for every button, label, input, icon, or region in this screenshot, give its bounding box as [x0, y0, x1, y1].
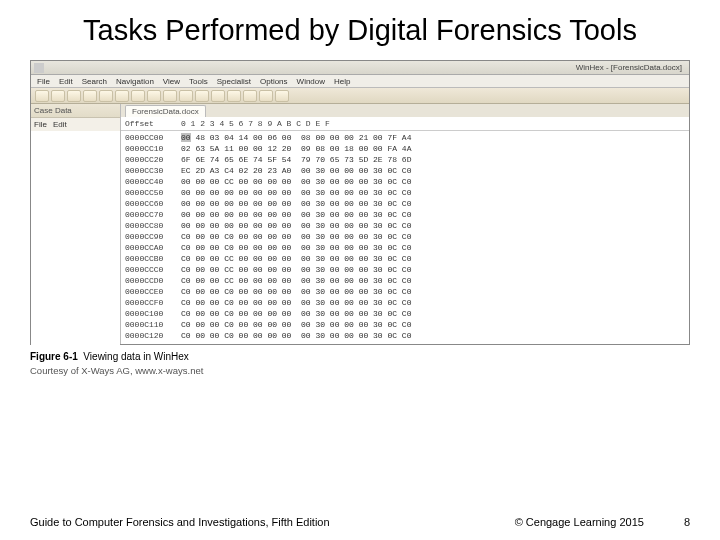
figure-courtesy: Courtesy of X-Ways AG, www.x-ways.net — [30, 365, 690, 376]
hex-offset: 0000CC60 — [125, 198, 181, 209]
sidebar-menu: File Edit — [31, 118, 120, 131]
menu-search[interactable]: Search — [82, 77, 107, 86]
tb-calc-icon[interactable] — [243, 90, 257, 102]
window-title: WinHex - [ForensicData.docx] — [44, 63, 686, 72]
hex-offset: 0000C100 — [125, 308, 181, 319]
footer-left: Guide to Computer Forensics and Investig… — [30, 516, 515, 528]
hex-bytes[interactable]: EC 2D A3 C4 02 20 23 A0 00 30 00 00 00 3… — [181, 165, 411, 176]
hex-bytes[interactable]: 6F 6E 74 65 6E 74 5F 54 79 70 65 73 5D 2… — [181, 154, 411, 165]
menu-tools[interactable]: Tools — [189, 77, 208, 86]
hex-bytes[interactable]: 00 00 00 00 00 00 00 00 00 30 00 00 00 3… — [181, 209, 411, 220]
hex-row[interactable]: 0000CCA0C0 00 00 C0 00 00 00 00 00 30 00… — [125, 242, 685, 253]
tb-cut-icon[interactable] — [115, 90, 129, 102]
figure-wrap: WinHex - [ForensicData.docx] File Edit S… — [30, 60, 690, 376]
hex-bytes[interactable]: C0 00 00 C0 00 00 00 00 00 30 00 00 00 3… — [181, 330, 411, 341]
tb-disk-icon[interactable] — [83, 90, 97, 102]
hex-bytes[interactable]: 02 63 5A 11 00 00 12 20 09 08 00 18 00 0… — [181, 143, 411, 154]
caption-text: Viewing data in WinHex — [83, 351, 188, 362]
hex-row[interactable]: 0000CC206F 6E 74 65 6E 74 5F 54 79 70 65… — [125, 154, 685, 165]
hex-offset: 0000C130 — [125, 341, 181, 344]
menu-specialist[interactable]: Specialist — [217, 77, 251, 86]
hex-bytes[interactable]: C0 00 00 C0 00 00 00 00 00 30 00 00 00 3… — [181, 242, 411, 253]
sidebar-body — [31, 131, 120, 345]
hex-bytes[interactable]: C0 00 00 CC 00 00 00 00 00 30 00 00 00 3… — [181, 253, 411, 264]
hex-bytes[interactable]: 00 00 00 CC 00 00 00 00 00 30 00 00 00 3… — [181, 176, 411, 187]
hex-offset: 0000CC90 — [125, 231, 181, 242]
tb-fwd-icon[interactable] — [227, 90, 241, 102]
tb-copy-icon[interactable] — [131, 90, 145, 102]
tb-find-icon[interactable] — [163, 90, 177, 102]
menubar: File Edit Search Navigation View Tools S… — [31, 75, 689, 88]
menu-window[interactable]: Window — [297, 77, 325, 86]
hex-view[interactable]: 0000CC0000 48 03 04 14 00 06 00 08 00 00… — [121, 131, 689, 344]
tb-back-icon[interactable] — [211, 90, 225, 102]
titlebar: WinHex - [ForensicData.docx] — [31, 61, 689, 75]
hex-offset: 0000C120 — [125, 330, 181, 341]
footer: Guide to Computer Forensics and Investig… — [0, 516, 720, 528]
hex-row[interactable]: 0000CC4000 00 00 CC 00 00 00 00 00 30 00… — [125, 176, 685, 187]
hex-bytes[interactable]: 00 00 00 00 00 00 00 00 00 30 00 00 00 3… — [181, 187, 411, 198]
menu-help[interactable]: Help — [334, 77, 350, 86]
hex-offset: 0000CCF0 — [125, 297, 181, 308]
hex-bytes[interactable]: C0 00 00 C0 00 00 00 00 00 30 00 00 00 3… — [181, 286, 411, 297]
hex-row[interactable]: 0000CCF0C0 00 00 C0 00 00 00 00 00 30 00… — [125, 297, 685, 308]
footer-mid: © Cengage Learning 2015 — [515, 516, 644, 528]
hex-offset: 0000CC80 — [125, 220, 181, 231]
hex-bytes[interactable]: C0 00 00 C0 00 00 00 00 00 30 00 00 00 3… — [181, 308, 411, 319]
menu-options[interactable]: Options — [260, 77, 288, 86]
hex-offset: 0000CC00 — [125, 132, 181, 143]
menu-navigation[interactable]: Navigation — [116, 77, 154, 86]
hex-bytes[interactable]: C0 00 00 C0 00 00 00 00 00 30 00 00 00 3… — [181, 297, 411, 308]
menu-file[interactable]: File — [37, 77, 50, 86]
main-pane: ForensicData.docx Offset 0 1 2 3 4 5 6 7… — [121, 104, 689, 344]
sidebar: Case Data File Edit — [31, 104, 121, 344]
tb-hex-icon[interactable] — [179, 90, 193, 102]
sidebar-menu-edit[interactable]: Edit — [53, 120, 67, 129]
figure-caption: Figure 6-1 Viewing data in WinHex — [30, 351, 690, 362]
tb-help-icon[interactable] — [275, 90, 289, 102]
tb-goto-icon[interactable] — [195, 90, 209, 102]
hex-row[interactable]: 0000CC30EC 2D A3 C4 02 20 23 A0 00 30 00… — [125, 165, 685, 176]
hex-row[interactable]: 0000CC5000 00 00 00 00 00 00 00 00 30 00… — [125, 187, 685, 198]
tb-print-icon[interactable] — [67, 90, 81, 102]
hex-row[interactable]: 0000C130C0 00 00 C0 00 00 00 00 00 30 00… — [125, 341, 685, 344]
hex-row[interactable]: 0000CCE0C0 00 00 C0 00 00 00 00 00 30 00… — [125, 286, 685, 297]
hex-bytes[interactable]: C0 00 00 C0 00 00 00 00 00 30 00 00 00 3… — [181, 319, 411, 330]
menu-view[interactable]: View — [163, 77, 180, 86]
hex-row[interactable]: 0000CC6000 00 00 00 00 00 00 00 00 30 00… — [125, 198, 685, 209]
sidebar-menu-file[interactable]: File — [34, 120, 47, 129]
hex-bytes[interactable]: C0 00 00 CC 00 00 00 00 00 30 00 00 00 3… — [181, 264, 411, 275]
hex-bytes[interactable]: C0 00 00 CC 00 00 00 00 00 30 00 00 00 3… — [181, 275, 411, 286]
menu-edit[interactable]: Edit — [59, 77, 73, 86]
tb-undo-icon[interactable] — [99, 90, 113, 102]
hex-row[interactable]: 0000CCB0C0 00 00 CC 00 00 00 00 00 30 00… — [125, 253, 685, 264]
tb-open-icon[interactable] — [35, 90, 49, 102]
hex-offset: 0000CC40 — [125, 176, 181, 187]
hex-row[interactable]: 0000CC90C0 00 00 C0 00 00 00 00 00 30 00… — [125, 231, 685, 242]
hex-bytes[interactable]: 00 00 00 00 00 00 00 00 00 30 00 00 00 3… — [181, 220, 411, 231]
tab-forensicdata[interactable]: ForensicData.docx — [125, 105, 206, 117]
hex-bytes[interactable]: 00 48 03 04 14 00 06 00 08 00 00 00 21 0… — [181, 132, 411, 143]
hex-row[interactable]: 0000CC1002 63 5A 11 00 00 12 20 09 08 00… — [125, 143, 685, 154]
offset-label: Offset — [125, 119, 181, 128]
hex-offset: 0000CCA0 — [125, 242, 181, 253]
hex-row[interactable]: 0000CC8000 00 00 00 00 00 00 00 00 30 00… — [125, 220, 685, 231]
hex-bytes[interactable]: C0 00 00 C0 00 00 00 00 00 30 00 00 00 3… — [181, 341, 411, 344]
tb-save-icon[interactable] — [51, 90, 65, 102]
hex-offset: 0000CCC0 — [125, 264, 181, 275]
tb-opts-icon[interactable] — [259, 90, 273, 102]
tab-strip: ForensicData.docx — [121, 104, 689, 117]
hex-row[interactable]: 0000CCC0C0 00 00 CC 00 00 00 00 00 30 00… — [125, 264, 685, 275]
app-icon — [34, 63, 44, 73]
hex-row[interactable]: 0000CC0000 48 03 04 14 00 06 00 08 00 00… — [125, 132, 685, 143]
hex-row[interactable]: 0000CC7000 00 00 00 00 00 00 00 00 30 00… — [125, 209, 685, 220]
hex-row[interactable]: 0000C100C0 00 00 C0 00 00 00 00 00 30 00… — [125, 308, 685, 319]
hex-row[interactable]: 0000C110C0 00 00 C0 00 00 00 00 00 30 00… — [125, 319, 685, 330]
hex-bytes[interactable]: C0 00 00 C0 00 00 00 00 00 30 00 00 00 3… — [181, 231, 411, 242]
hex-offset: 0000CC10 — [125, 143, 181, 154]
hex-row[interactable]: 0000CCD0C0 00 00 CC 00 00 00 00 00 30 00… — [125, 275, 685, 286]
tb-paste-icon[interactable] — [147, 90, 161, 102]
hex-bytes[interactable]: 00 00 00 00 00 00 00 00 00 30 00 00 00 3… — [181, 198, 411, 209]
hex-header: Offset 0 1 2 3 4 5 6 7 8 9 A B C D E F — [121, 117, 689, 131]
hex-row[interactable]: 0000C120C0 00 00 C0 00 00 00 00 00 30 00… — [125, 330, 685, 341]
